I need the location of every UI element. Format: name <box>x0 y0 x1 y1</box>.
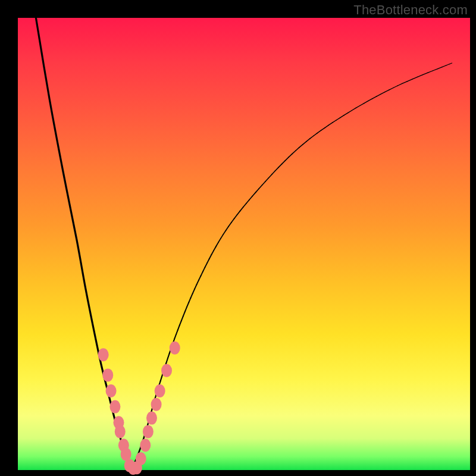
curve-right-segment <box>412 77 418 79</box>
curve-right-segment <box>328 123 332 125</box>
curve-right-segment <box>268 174 272 178</box>
curve-right-segment <box>190 293 192 298</box>
curve-right-segment <box>243 203 246 207</box>
curve-right-segment <box>402 82 407 84</box>
watermark-text: TheBottleneck.com <box>353 2 468 18</box>
curve-right-segment <box>377 94 381 96</box>
marker-point <box>109 400 120 414</box>
chart-frame: TheBottleneck.com <box>0 0 476 476</box>
curve-right-segment <box>174 334 176 339</box>
curve-right-segment <box>289 154 292 158</box>
curve-right-segment <box>159 381 161 385</box>
curve-right-segment <box>193 289 195 294</box>
curve-right-segment <box>303 142 306 145</box>
curve-right-segment <box>397 83 402 86</box>
curve-right-segment <box>187 302 189 307</box>
curve-right-segment <box>296 148 299 151</box>
curve-right-segment <box>161 377 162 381</box>
marker-point <box>155 384 165 397</box>
curve-right-segment <box>228 223 231 227</box>
curve-right-segment <box>214 246 216 250</box>
marker-point <box>106 384 117 397</box>
curve-right-segment <box>185 307 187 312</box>
marker-point <box>170 342 180 355</box>
curve-right-segment <box>201 271 202 275</box>
curve-right-segment <box>442 65 446 67</box>
curve-right-segment <box>176 330 178 334</box>
marker-point <box>143 425 154 438</box>
curve-right-segment <box>218 239 221 243</box>
curve-right-segment <box>259 185 262 189</box>
curve-right-segment <box>256 189 259 192</box>
marker-point <box>146 412 157 425</box>
curve-right-segment <box>221 234 223 239</box>
curve-right-segment <box>282 161 286 164</box>
curve-right-segment <box>368 99 372 101</box>
curve-right-segment <box>203 267 205 271</box>
curve-right-segment <box>209 255 212 259</box>
curve-right-segment <box>306 139 310 142</box>
curve-right-segment <box>285 157 289 161</box>
curve-layer <box>36 18 452 470</box>
marker-point <box>140 439 151 452</box>
curve-right-segment <box>178 325 180 330</box>
curve-right-segment <box>299 145 303 148</box>
curve-right-segment <box>234 215 237 218</box>
curve-right-segment <box>197 280 199 284</box>
plot-area <box>18 18 470 470</box>
curve-right-segment <box>166 358 168 363</box>
curve-right-segment <box>418 75 423 77</box>
curve-right-segment <box>249 196 252 199</box>
curve-right-segment <box>181 316 183 321</box>
curve-right-segment <box>344 113 348 115</box>
curve-right-segment <box>199 276 201 280</box>
curve-right-segment <box>223 230 226 234</box>
marker-point <box>115 425 126 438</box>
curve-right-segment <box>292 151 296 154</box>
marker-point <box>151 398 162 411</box>
curve-right-segment <box>389 88 393 90</box>
curve-right-segment <box>265 178 268 181</box>
curve-right-segment <box>321 128 325 130</box>
curve-right-segment <box>246 200 249 203</box>
curve-right-segment <box>237 211 240 215</box>
curve-right-segment <box>278 164 282 168</box>
curve-right-segment <box>168 353 170 358</box>
curve-right-segment <box>226 227 229 231</box>
marker-point <box>136 452 146 465</box>
curve-right-segment <box>336 118 340 120</box>
curve-right-segment <box>262 181 265 185</box>
curve-right-segment <box>422 73 428 75</box>
marker-point <box>102 368 113 381</box>
curve-right-segment <box>314 133 317 136</box>
curve-right-segment <box>385 90 389 92</box>
curve-right-segment <box>428 71 433 73</box>
curve-right-segment <box>317 130 321 133</box>
curve-right-segment <box>205 263 208 267</box>
chart-svg <box>18 18 470 470</box>
curve-right-segment <box>393 86 397 88</box>
curve-right-segment <box>216 242 218 246</box>
curve-right-segment <box>189 298 190 303</box>
curve-right-segment <box>195 284 196 289</box>
curve-right-segment <box>438 67 442 69</box>
curve-right-segment <box>275 167 278 171</box>
curve-right-segment <box>207 259 209 263</box>
marker-point <box>161 364 172 377</box>
curve-right-segment <box>381 92 385 95</box>
curve-right-segment <box>372 96 377 99</box>
curve-right-segment <box>211 250 214 255</box>
curve-right-segment <box>183 312 185 317</box>
curve-right-segment <box>240 207 243 211</box>
curve-right-segment <box>333 120 336 123</box>
curve-right-segment <box>340 115 345 118</box>
curve-right-segment <box>325 125 328 127</box>
curve-right-segment <box>356 105 360 108</box>
curve-right-segment <box>360 104 364 106</box>
curve-right-segment <box>231 218 234 223</box>
curve-right-segment <box>407 79 412 82</box>
curve-right-segment <box>272 171 275 174</box>
curve-right-segment <box>352 108 356 110</box>
curve-right-segment <box>310 136 314 139</box>
marker-point <box>121 447 131 461</box>
